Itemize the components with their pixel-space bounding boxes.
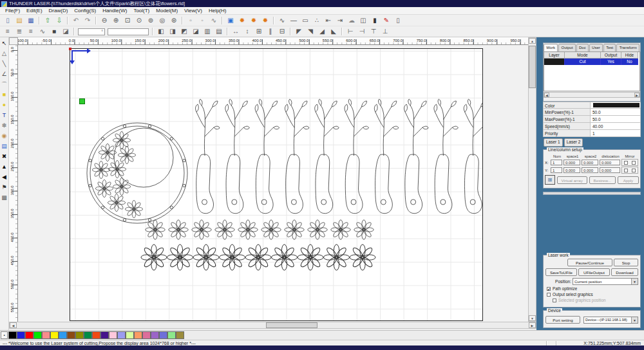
sphere-tool-icon[interactable]: ◉: [0, 131, 8, 141]
wreath-flower-outline[interactable]: [113, 178, 130, 195]
palette-swatch[interactable]: [117, 331, 126, 339]
corner-bottom-left-icon[interactable]: ◣: [328, 27, 339, 36]
same-size-icon[interactable]: ⊞: [254, 27, 264, 36]
mirror-checkbox[interactable]: [624, 169, 628, 172]
wreath-flower-outline[interactable]: [118, 146, 135, 163]
apply-array-button[interactable]: Apply: [618, 176, 639, 184]
ellipse-tool-icon[interactable]: ●: [0, 100, 8, 110]
laser1-tab[interactable]: Laser 1: [544, 138, 563, 147]
checkbox-selected-graphics-position[interactable]: [553, 299, 556, 302]
position-field[interactable]: [108, 28, 149, 35]
array-dislocation-field[interactable]: 0.000: [600, 167, 620, 173]
go-end-icon[interactable]: ⇥: [335, 16, 345, 25]
tab-work[interactable]: Work: [544, 44, 558, 51]
palette-swatch[interactable]: [176, 331, 184, 339]
port-setting-button[interactable]: Port setting: [545, 316, 580, 324]
tree-outline[interactable]: [315, 99, 339, 214]
flower-outline[interactable]: [192, 220, 211, 239]
vertical-scroll-thumb[interactable]: [529, 46, 536, 88]
curve-tool-icon[interactable]: ⌒: [0, 79, 8, 89]
property-value[interactable]: 50.0: [591, 109, 641, 116]
mirror-checkbox[interactable]: [624, 161, 628, 165]
layer-table-scrollbar[interactable]: ◀ ▶: [544, 92, 640, 98]
flower-outline[interactable]: [331, 220, 350, 239]
palette-swatch[interactable]: [67, 331, 75, 339]
move-left-tool-icon[interactable]: ◀: [0, 172, 8, 182]
corner-top-right-icon[interactable]: ◥: [305, 27, 316, 36]
zoom-in-icon[interactable]: ⊕: [111, 16, 121, 25]
layer-scroll-left-icon[interactable]: ◀: [544, 93, 549, 97]
simulate-1-icon[interactable]: ✹: [237, 16, 247, 25]
flower-outline[interactable]: [350, 244, 375, 270]
rect-check-icon[interactable]: ▭: [300, 16, 310, 25]
wreath-flower-outline[interactable]: [92, 161, 109, 178]
pen-width-3-icon[interactable]: ≡: [26, 27, 36, 36]
horizontal-scroll-thumb[interactable]: [266, 322, 317, 328]
pause-continue-button[interactable]: Pause/Continue: [567, 259, 612, 266]
chevron-down-icon[interactable]: ▼: [631, 279, 638, 284]
tree-outline[interactable]: [196, 99, 220, 214]
zoom-select-icon[interactable]: ⊚: [146, 16, 156, 25]
flower-outline[interactable]: [220, 244, 245, 270]
distribute-h-icon[interactable]: ∥: [265, 27, 276, 36]
palette-swatch[interactable]: [42, 331, 50, 339]
ufile-output-button[interactable]: UFileOutput: [578, 268, 610, 276]
device-combo[interactable]: Device---(IP:192.168.1.98) ▼: [583, 317, 638, 324]
zoom-window-icon[interactable]: ⊡: [122, 16, 133, 25]
palette-swatch[interactable]: [134, 331, 142, 339]
simulate-2-icon[interactable]: ✹: [249, 16, 259, 25]
move-up-tool-icon[interactable]: ▲: [0, 161, 8, 172]
array-num-field[interactable]: 1: [551, 167, 562, 173]
zoom-all-icon[interactable]: ⊙: [134, 16, 144, 25]
save-file-icon[interactable]: ▦: [26, 16, 36, 25]
layer-color-swatch[interactable]: [544, 59, 565, 65]
same-height-icon[interactable]: ↕: [242, 27, 252, 36]
flower-outline[interactable]: [272, 244, 298, 270]
tab-test[interactable]: Test: [603, 44, 616, 51]
flower-outline[interactable]: [354, 220, 374, 239]
canvas-vertical-scrollbar[interactable]: ▲ ▼: [528, 37, 536, 322]
palette-swatch[interactable]: [8, 331, 17, 339]
same-width-icon[interactable]: ↔: [231, 27, 241, 36]
align-top-icon[interactable]: ◩: [179, 27, 189, 36]
palette-swatch[interactable]: [84, 331, 92, 339]
layer-scroll-right-icon[interactable]: ▶: [634, 93, 639, 97]
scroll-left-icon[interactable]: ◀: [10, 322, 17, 328]
scroll-up-icon[interactable]: ▲: [529, 38, 536, 44]
line-tool-icon[interactable]: ╲: [0, 59, 8, 69]
palette-swatch[interactable]: [17, 331, 25, 339]
tree-outline[interactable]: [225, 99, 249, 214]
import-ufile-icon[interactable]: ⇧: [43, 16, 53, 25]
array-dislocation-field[interactable]: 0.000: [600, 160, 620, 165]
canvas-horizontal-scrollbar[interactable]: ◀ ▶: [9, 322, 536, 329]
preview-screen-icon[interactable]: ▣: [225, 16, 236, 25]
menu-view[interactable]: View(V): [181, 8, 205, 14]
download-button[interactable]: Download: [611, 268, 638, 276]
palette-swatch[interactable]: [59, 331, 67, 339]
layer-row[interactable]: CutYesNo: [544, 59, 639, 65]
pen-draw-icon[interactable]: ✎: [381, 16, 392, 25]
mirror-checkbox[interactable]: [632, 169, 636, 172]
undo-icon[interactable]: ↶: [71, 16, 81, 25]
tree-outline[interactable]: [434, 99, 458, 214]
simulate-3-icon[interactable]: ✹: [260, 16, 270, 25]
menu-handle[interactable]: Handle(W): [99, 8, 130, 14]
palette-swatch[interactable]: [92, 331, 100, 339]
go-origin-icon[interactable]: ⇤: [323, 16, 334, 25]
pick-point-icon[interactable]: ◦: [197, 16, 207, 25]
zoom-prev-icon[interactable]: ⊛: [169, 16, 179, 25]
scroll-right-icon[interactable]: ▶: [529, 322, 536, 328]
anchor-marker[interactable]: [79, 98, 85, 104]
palette-swatch[interactable]: [126, 331, 134, 339]
canvas-viewport[interactable]: [18, 45, 528, 322]
tree-outline[interactable]: [374, 99, 398, 214]
palette-swatch[interactable]: [167, 331, 176, 339]
layer-table[interactable]: LayerModeOutputHideCutYesNo: [544, 51, 640, 91]
array-space2-field[interactable]: 0.000: [582, 160, 598, 165]
bitmap-tool-icon[interactable]: ▩: [0, 192, 8, 203]
menu-draw[interactable]: Draw(D): [46, 8, 71, 14]
work-page[interactable]: [70, 48, 483, 321]
bestrew-button[interactable]: Bestrew...: [589, 176, 616, 184]
tree-outline[interactable]: [345, 99, 368, 214]
flower-outline[interactable]: [238, 220, 258, 239]
